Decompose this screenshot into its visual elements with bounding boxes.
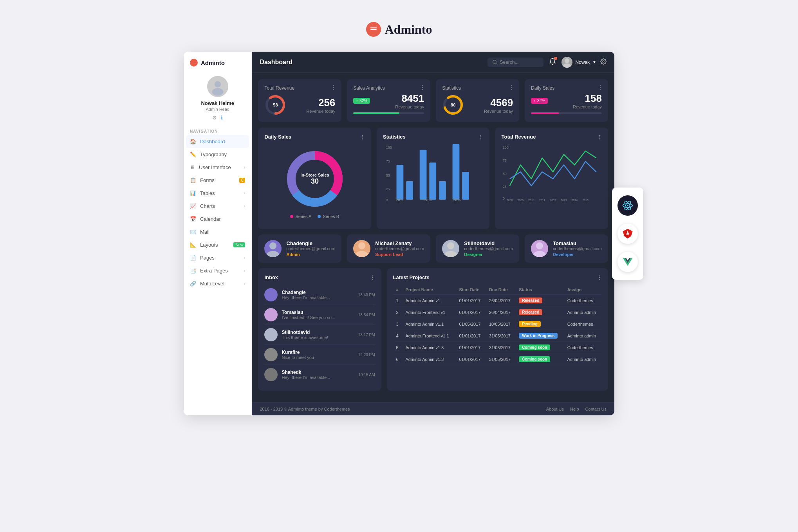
search-box[interactable]: [487, 58, 543, 67]
svg-rect-24: [396, 165, 403, 200]
sidebar-item-typography[interactable]: ✏️ Typography: [184, 148, 251, 161]
stat-menu-icon[interactable]: ⋮: [597, 84, 603, 91]
person-role: Support Lead: [375, 252, 424, 257]
sidebar-item-user-interface[interactable]: 🖥 User Interface ›: [184, 161, 251, 174]
col-start: Start Date: [456, 285, 486, 295]
sidebar-item-charts[interactable]: 📈 Charts ›: [184, 200, 251, 213]
sidebar-brand-icon: [190, 59, 198, 67]
stat-card-statistics: Statistics ⋮ 80 4569 Revenue today: [436, 79, 519, 122]
sidebar-item-layouts[interactable]: 📐 Layouts New: [184, 238, 251, 251]
chart-menu-icon[interactable]: ⋮: [360, 134, 365, 140]
stat-card-daily-sales: Daily Sales ⋮ ↑ 32% 158 Revenue today: [525, 79, 608, 122]
sidebar-item-pages[interactable]: 📄 Pages ›: [184, 251, 251, 264]
inbox-name: Stillnotdavid: [282, 330, 354, 335]
donut-chart-statistics: 80: [442, 94, 464, 116]
main-app: Adminto Nowak Helme Admin Head ⚙ ℹ Navig…: [184, 52, 614, 415]
footer-link-contact[interactable]: Contact Us: [585, 407, 607, 411]
person-role: Admin: [286, 252, 335, 257]
stat-number: 8451: [375, 92, 424, 105]
header-user[interactable]: Nowak ▼: [561, 57, 596, 68]
inbox-name: Tomaslau: [282, 310, 354, 315]
person-name: Chadengle: [286, 240, 335, 246]
inbox-avatar: [264, 288, 278, 301]
sidebar: Adminto Nowak Helme Admin Head ⚙ ℹ Navig…: [184, 52, 252, 415]
inbox-item-1[interactable]: Tomaslau I've finished it! See you so...…: [264, 305, 375, 325]
inbox-menu-icon[interactable]: ⋮: [370, 274, 375, 280]
footer-link-help[interactable]: Help: [570, 407, 579, 411]
inbox-item-0[interactable]: Chadengle Hey! there I'm available... 13…: [264, 285, 375, 305]
angular-icon[interactable]: [617, 224, 638, 244]
svg-rect-26: [420, 150, 427, 200]
inbox-item-4[interactable]: Shahedk Hey! there I'm available... 10:1…: [264, 365, 375, 384]
stat-menu-icon[interactable]: ⋮: [419, 84, 426, 91]
donut-chart-wrap: In-Store Sales 30 Series A Series B: [264, 144, 365, 223]
projects-card: Latest Projects ⋮ # Project Name Start D…: [387, 268, 608, 391]
bottom-row: Inbox ⋮ Chadengle Hey! there I'm availab…: [258, 268, 608, 391]
inbox-time: 13:40 PM: [358, 293, 375, 297]
projects-menu-icon[interactable]: ⋮: [597, 274, 602, 280]
info-icon[interactable]: ℹ: [221, 115, 223, 121]
sidebar-item-mail[interactable]: ✉️ Mail: [184, 225, 251, 238]
legend-series-b: Series B: [318, 214, 339, 219]
table-row: 6 Adminto Admin v1.3 01/01/2017 31/05/20…: [393, 353, 602, 365]
people-row: Chadengle coderthemes@gmail.com Admin Mi…: [258, 234, 608, 263]
sidebar-item-extra-pages[interactable]: 📑 Extra Pages ›: [184, 264, 251, 277]
sidebar-item-multi-level[interactable]: 🔗 Multi Level ›: [184, 277, 251, 290]
person-email: coderthemes@gmail.com: [286, 246, 335, 251]
avatar: [442, 240, 459, 257]
svg-text:2013: 2013: [561, 199, 567, 202]
footer-link-about[interactable]: About Us: [546, 407, 564, 411]
chart-menu-icon[interactable]: ⋮: [478, 134, 483, 140]
settings-icon[interactable]: ⚙: [212, 115, 217, 121]
stat-label: Revenue today: [291, 109, 335, 114]
stat-menu-icon[interactable]: ⋮: [330, 84, 337, 91]
top-brand-bar: Adminto: [0, 0, 798, 52]
sidebar-item-calendar[interactable]: 📅 Calendar: [184, 213, 251, 225]
settings-button[interactable]: [600, 58, 607, 66]
chart-daily-sales: Daily Sales ⋮ In-Store Sales 30: [258, 128, 371, 229]
chevron-right-icon: ›: [244, 256, 245, 260]
react-icon[interactable]: [617, 195, 638, 216]
header: Dashboard Nowak ▼: [252, 52, 614, 73]
inbox-msg: I've finished it! See you so...: [282, 315, 354, 320]
notification-dot: [554, 57, 557, 60]
charts-icon: 📈: [190, 203, 196, 209]
svg-rect-1: [370, 27, 377, 28]
pages-icon: 📄: [190, 255, 196, 261]
svg-rect-30: [462, 172, 469, 200]
tables-icon: 📊: [190, 190, 196, 196]
sidebar-item-dashboard[interactable]: 🏠 Dashboard: [186, 135, 249, 148]
brand-name: Adminto: [385, 22, 432, 37]
main-content: Dashboard Nowak ▼: [252, 52, 614, 415]
chevron-right-icon: ›: [244, 204, 245, 208]
stat-label: Revenue today: [375, 105, 424, 109]
avatar: [264, 240, 282, 257]
svg-point-51: [447, 242, 454, 249]
stat-label: Revenue today: [552, 105, 602, 109]
inbox-avatar: [264, 308, 278, 321]
avatar: [531, 240, 548, 257]
chart-menu-icon[interactable]: ⋮: [597, 134, 602, 140]
inbox-item-3[interactable]: Kurafire Nice to meet you 12:20 PM: [264, 345, 375, 365]
sidebar-item-tables[interactable]: 📊 Tables ›: [184, 187, 251, 200]
inbox-item-2[interactable]: Stillnotdavid This theme is awesome! 13:…: [264, 325, 375, 345]
inbox-avatar: [264, 368, 278, 381]
svg-text:2011: 2011: [396, 198, 404, 202]
vue-icon[interactable]: [617, 252, 638, 272]
search-input[interactable]: [500, 60, 539, 65]
donut-chart-revenue: 58: [264, 94, 286, 116]
stat-menu-icon[interactable]: ⋮: [508, 84, 515, 91]
svg-text:0: 0: [503, 197, 505, 200]
float-icons-panel: [612, 188, 643, 280]
svg-text:25: 25: [386, 187, 390, 191]
notifications-button[interactable]: [549, 58, 556, 67]
chart-total-revenue: Total Revenue ⋮ 100 75 50 25 0: [495, 128, 608, 229]
col-num: #: [393, 285, 403, 295]
table-row: 2 Adminto Frontend v1 01/01/2017 26/04/2…: [393, 307, 602, 318]
inbox-msg: This theme is awesome!: [282, 335, 354, 340]
sidebar-item-forms[interactable]: 📋 Forms 8: [184, 174, 251, 187]
stat-number: 158: [552, 92, 602, 105]
person-name: Michael Zenaty: [375, 240, 424, 246]
gear-icon: [600, 58, 607, 65]
dashboard-icon: 🏠: [190, 139, 196, 144]
